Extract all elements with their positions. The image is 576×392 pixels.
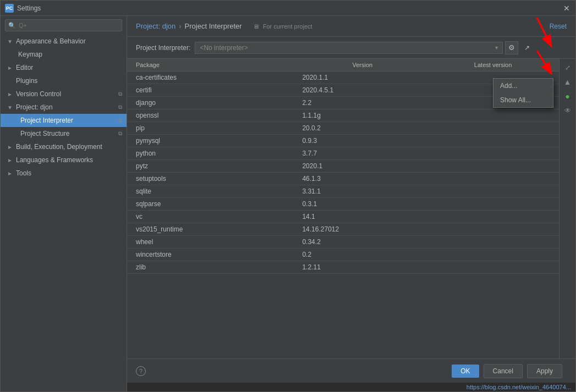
sidebar-item-appearance-behavior[interactable]: ▼ Appearance & Behavior [1,35,127,48]
package-name: vc [127,211,298,223]
interpreter-dropdown[interactable]: <No interpreter> ▾ [195,42,503,54]
package-latest [427,173,559,185]
table-row[interactable]: pymysql 0.9.3 [127,135,559,147]
package-latest [427,198,559,211]
table-row[interactable]: sqlite 3.31.1 [127,185,559,198]
sidebar-item-label: Project Structure [20,130,69,137]
package-name: python [127,147,298,160]
sidebar-item-project-structure[interactable]: Project Structure ⧉ [1,127,127,140]
sidebar-item-label: Editor [16,64,33,71]
package-latest [427,135,559,147]
bottom-bar: ? OK Cancel Apply [127,358,575,383]
package-name: setuptools [127,173,298,185]
table-row[interactable]: wincertstore 0.2 [127,249,559,261]
copy-icon: ⧉ [118,104,122,111]
package-name: wincertstore [127,249,298,261]
sidebar: 🔍 ▼ Appearance & Behavior Keymap ► Edito… [1,16,127,391]
sidebar-item-label: Build, Execution, Deployment [16,143,102,151]
gear-button[interactable]: ⚙ [505,41,518,54]
arrow-icon: ► [7,157,14,163]
arrow-icon: ▼ [7,38,14,45]
package-version: 1.2.11 [298,261,427,274]
cancel-button[interactable]: Cancel [484,364,523,378]
sidebar-item-label: Tools [16,169,31,177]
sidebar-item-label: Keymap [18,51,42,58]
right-panel: Project: djon › Project Interpreter 🖥 Fo… [127,16,575,391]
package-name: pytz [127,160,298,173]
table-row[interactable]: sqlparse 0.3.1 [127,198,559,211]
package-name: pymysql [127,135,298,147]
ok-button[interactable]: OK [452,365,479,378]
table-row[interactable]: zlib 1.2.11 [127,261,559,274]
sidebar-item-label: Project Interpreter [20,117,73,124]
table-row[interactable]: pip 20.0.2 [127,122,559,135]
external-link-button[interactable]: ↗ [520,41,534,54]
package-version: 1.1.1g [298,109,427,122]
table-row[interactable]: wheel 0.34.2 [127,236,559,249]
resize-icon[interactable]: ⤢ [562,62,574,74]
table-row[interactable]: setuptools 46.1.3 [127,173,559,185]
package-name: sqlparse [127,198,298,211]
arrow-icon [7,78,14,84]
sidebar-item-project-interpreter[interactable]: Project Interpreter ⧉ [1,114,127,127]
package-name: sqlite [127,185,298,198]
interpreter-row: Project Interpreter: <No interpreter> ▾ … [127,37,575,59]
sidebar-item-label: Project: djon [16,103,53,111]
package-latest [427,249,559,261]
sidebar-item-languages-frameworks[interactable]: ► Languages & Frameworks [1,153,127,167]
copy-icon: ⧉ [118,130,122,137]
package-version: 46.1.3 [298,173,427,185]
close-button[interactable]: ✕ [562,4,571,13]
sidebar-item-keymap[interactable]: Keymap [1,48,127,61]
breadcrumb-separator: › [179,22,181,30]
search-input[interactable] [5,19,122,31]
col-header-latest: Latest version [427,59,559,71]
col-header-version: Version [298,59,427,71]
sidebar-item-build-execution[interactable]: ► Build, Execution, Deployment [1,140,127,153]
search-box: 🔍 [5,19,122,31]
table-row[interactable]: pytz 2020.1 [127,160,559,173]
package-latest [427,211,559,223]
scroll-up-icon[interactable]: ▲ [562,76,574,88]
eye-icon[interactable]: 👁 [562,104,574,117]
package-version: 0.2 [298,249,427,261]
interpreter-value: <No interpreter> [200,44,493,52]
table-row[interactable]: python 3.7.7 [127,147,559,160]
table-row[interactable]: vs2015_runtime 14.16.27012 [127,223,559,236]
for-current-label: 🖥 For current project [253,23,312,30]
breadcrumb-project[interactable]: Project: djon [136,22,175,30]
package-latest [427,223,559,236]
package-version: 3.7.7 [298,147,427,160]
package-version: 14.16.27012 [298,223,427,236]
table-row[interactable]: openssl 1.1.1g [127,109,559,122]
sidebar-item-label: Plugins [16,77,37,85]
help-icon[interactable]: ? [136,366,146,376]
sidebar-item-tools[interactable]: ► Tools [1,167,127,180]
sidebar-item-editor[interactable]: ► Editor [1,61,127,74]
sidebar-item-label: Appearance & Behavior [16,37,86,45]
sidebar-item-project-djon[interactable]: ▼ Project: djon ⧉ [1,101,127,114]
popup-show-all-item[interactable]: Show All... [493,93,553,107]
package-version: 2020.4.5.1 [298,84,427,97]
sidebar-item-plugins[interactable]: Plugins [1,74,127,87]
arrow-icon: ► [7,144,14,150]
package-name: vs2015_runtime [127,223,298,236]
reset-button[interactable]: Reset [550,23,567,30]
table-row[interactable]: vc 14.1 [127,211,559,223]
popup-menu: Add... Show All... [493,78,553,108]
package-latest [427,147,559,160]
package-name: openssl [127,109,298,122]
package-version: 0.9.3 [298,135,427,147]
package-version: 2020.1.1 [298,71,427,84]
copy-icon: ⧉ [118,117,122,124]
package-version: 14.1 [298,211,427,223]
package-version: 3.31.1 [298,185,427,198]
arrow-icon: ► [7,91,14,97]
monitor-icon: 🖥 [253,23,259,30]
package-latest [427,185,559,198]
apply-button[interactable]: Apply [527,364,562,378]
sidebar-item-version-control[interactable]: ► Version Control ⧉ [1,87,127,101]
url-bar: https://blog.csdn.net/weixin_4640074... [127,383,575,391]
package-name: ca-certificates [127,71,298,84]
popup-add-item[interactable]: Add... [493,79,553,93]
